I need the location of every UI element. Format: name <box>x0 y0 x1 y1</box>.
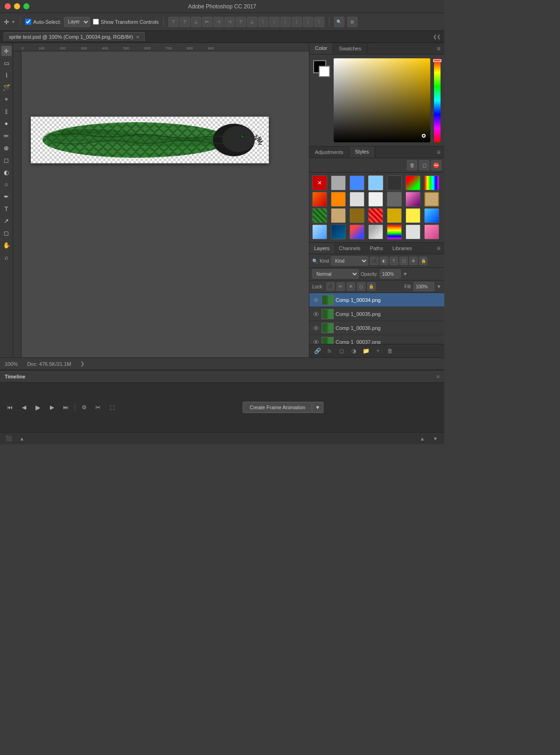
tool-move[interactable]: ✛ <box>1 46 12 56</box>
tab-swatches[interactable]: Swatches <box>333 43 367 54</box>
maximize-button[interactable] <box>23 3 29 9</box>
timeline-bottom-3[interactable]: ▲ <box>418 434 427 443</box>
align-top-center[interactable]: ⊤ <box>180 17 190 27</box>
layer-visibility-toggle[interactable] <box>312 310 320 318</box>
minimize-button[interactable] <box>14 3 20 9</box>
tool-shape[interactable]: ◻ <box>1 228 12 238</box>
style-item-15[interactable] <box>312 208 327 223</box>
close-button[interactable] <box>5 3 11 9</box>
distribute-3[interactable]: ⋮ <box>280 17 291 27</box>
auto-select-checkbox[interactable] <box>25 19 31 25</box>
auto-select-dropdown[interactable]: Layer <box>64 17 90 27</box>
tab-paths[interactable]: Paths <box>365 243 388 253</box>
layer-link-btn[interactable]: 🔗 <box>312 346 322 356</box>
align-bot-left[interactable]: ⊤ <box>236 17 246 27</box>
filter-kind-dropdown[interactable]: Kind <box>331 256 368 266</box>
transform-controls-checkbox[interactable] <box>93 19 99 25</box>
blend-mode-dropdown[interactable]: Normal <box>312 269 359 279</box>
align-mid-right[interactable]: ⊣ <box>224 17 235 27</box>
align-mid-center[interactable]: ⊣ <box>213 17 224 27</box>
style-item-22[interactable] <box>312 224 327 239</box>
layer-delete-btn[interactable]: 🗑 <box>385 346 395 356</box>
timeline-next-btn[interactable]: ▶ <box>47 402 57 412</box>
distribute-6[interactable]: ⋮ <box>314 17 324 27</box>
distribute-1[interactable]: ⋮ <box>258 17 268 27</box>
opacity-dropdown-arrow[interactable]: ▼ <box>403 271 408 277</box>
style-item-3[interactable] <box>350 175 364 190</box>
style-item-4[interactable] <box>368 175 383 190</box>
tool-marquee[interactable]: ▭ <box>1 58 12 68</box>
grid-icon[interactable]: ⊞ <box>347 17 357 27</box>
layer-item[interactable]: Comp 1_00035.png <box>309 307 444 321</box>
tool-heal[interactable]: ✦ <box>1 119 12 129</box>
tool-hand[interactable]: ✋ <box>1 240 12 250</box>
tab-channels[interactable]: Channels <box>334 243 365 253</box>
layer-item[interactable]: Comp 1_00034.png <box>309 293 444 307</box>
window-controls[interactable] <box>5 3 29 9</box>
distribute-2[interactable]: ⋮ <box>269 17 280 27</box>
lock-all-icon[interactable]: ◻ <box>357 282 365 291</box>
timeline-scissors-btn[interactable]: ✂ <box>93 402 103 412</box>
filter-type-icon[interactable]: T <box>390 257 398 265</box>
style-item-27[interactable] <box>406 224 420 239</box>
filter-shape-icon[interactable]: ◻ <box>399 257 408 265</box>
move-tool-icon[interactable]: ✛ <box>4 18 9 26</box>
style-item-13[interactable] <box>406 192 420 207</box>
tool-eraser[interactable]: ◻ <box>1 155 12 165</box>
tool-gradient[interactable]: ◐ <box>1 167 12 177</box>
tool-type[interactable]: T <box>1 203 12 214</box>
opacity-input[interactable] <box>380 269 401 279</box>
style-item-2[interactable] <box>331 175 346 190</box>
create-frame-dropdown-btn[interactable]: ▼ <box>312 402 323 413</box>
layer-visibility-toggle[interactable] <box>312 296 320 304</box>
tool-dodge[interactable]: ○ <box>1 179 12 189</box>
style-item-23[interactable] <box>331 224 346 239</box>
tab-adjustments[interactable]: Adjustments <box>309 147 350 157</box>
search-icon[interactable]: 🔍 <box>334 17 344 27</box>
create-frame-animation-btn[interactable]: Create Frame Animation <box>243 402 312 413</box>
layer-item[interactable]: Comp 1_00036.png <box>309 321 444 335</box>
style-item-11[interactable] <box>368 192 383 207</box>
tool-pen[interactable]: ✒ <box>1 191 12 202</box>
tool-brush[interactable]: ✏ <box>1 131 12 141</box>
style-item-5[interactable] <box>387 175 402 190</box>
layer-mask-btn[interactable]: ◻ <box>336 346 347 356</box>
style-item-25[interactable] <box>368 224 383 239</box>
layers-list[interactable]: Comp 1_00034.pngComp 1_00035.pngComp 1_0… <box>309 293 444 344</box>
tab-color[interactable]: Color <box>309 43 333 54</box>
fill-input[interactable] <box>413 282 434 291</box>
style-item-14[interactable] <box>424 192 439 207</box>
distribute-4[interactable]: ⋮ <box>292 17 302 27</box>
lock-transform-icon[interactable]: ✛ <box>347 282 355 291</box>
style-item-20[interactable] <box>406 208 420 223</box>
tool-crop[interactable]: ⌖ <box>1 94 12 105</box>
document-tab[interactable]: sprite test.psd @ 100% (Comp 1_00034.png… <box>4 32 145 41</box>
panel-collapse-arrow[interactable]: ❮❮ <box>433 34 441 39</box>
timeline-play-btn[interactable]: ▶ <box>33 402 43 412</box>
color-panel-menu[interactable]: ≡ <box>433 43 444 54</box>
tool-eyedropper[interactable]: 𝕀 <box>1 106 12 117</box>
tab-libraries[interactable]: Libraries <box>388 243 417 253</box>
status-more-btn[interactable]: ❯ <box>80 361 84 367</box>
style-item-17[interactable] <box>350 208 364 223</box>
layer-visibility-toggle[interactable] <box>312 324 320 332</box>
background-color[interactable] <box>319 66 330 77</box>
filter-smart-icon[interactable]: ⊕ <box>409 257 418 265</box>
style-settings-btn[interactable]: ⛔ <box>431 160 441 170</box>
style-item-12[interactable] <box>387 192 402 207</box>
style-item-24[interactable] <box>350 224 364 239</box>
style-item-18[interactable] <box>368 208 383 223</box>
tool-magic-wand[interactable]: 🪄 <box>1 82 12 92</box>
hue-slider[interactable] <box>434 58 441 142</box>
style-item-10[interactable] <box>350 192 364 207</box>
filter-pixel-icon[interactable]: ⬛ <box>370 257 378 265</box>
style-item-21[interactable] <box>424 208 439 223</box>
layer-adjustment-btn[interactable]: ◑ <box>349 346 359 356</box>
layer-item[interactable]: Comp 1_00037.png <box>309 335 444 344</box>
tool-path-select[interactable]: ↗ <box>1 216 12 226</box>
align-mid-left[interactable]: ⊢ <box>202 17 212 27</box>
style-item-9[interactable] <box>331 192 346 207</box>
layer-group-btn[interactable]: 📁 <box>361 346 371 356</box>
timeline-bottom-1[interactable]: ⬛ <box>5 434 13 443</box>
layer-fx-btn[interactable]: fx <box>324 346 335 356</box>
